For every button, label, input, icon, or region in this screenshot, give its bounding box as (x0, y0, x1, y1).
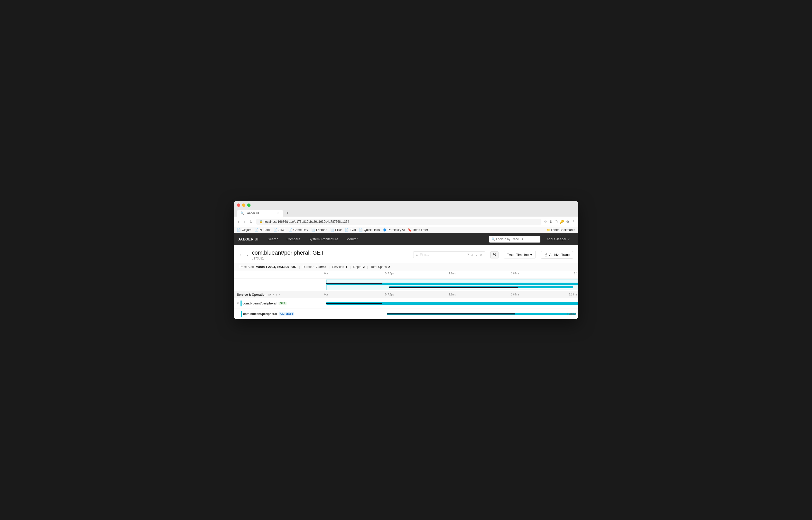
bookmark-clojure[interactable]: 📄 Clojure (237, 228, 252, 232)
trace-table-header: Service & Operation ∧∨ › ∨ » 0μs 547.5μs… (234, 291, 578, 298)
trace-find-down-icon[interactable]: ∨ (475, 253, 478, 257)
tab-favicon: 🔍 (240, 211, 244, 215)
bookmark-quicklinks-icon: 📄 (359, 228, 363, 232)
nav-system-architecture[interactable]: System Architecture (305, 233, 343, 245)
trace-title: com.blueant/peripheral: GET (252, 250, 324, 256)
th-tick-2: 1.1ms (449, 293, 455, 296)
app-content: JAEGER UI Search Compare System Architec… (234, 233, 578, 319)
jaeger-brand: JAEGER UI (238, 237, 259, 241)
bookmark-aws[interactable]: 📄 AWS (274, 228, 286, 232)
minimap-darkbar-1 (326, 283, 382, 284)
url-display: localhost:16686/trace/d173d810bbc26a1930… (264, 220, 538, 224)
th-tick-3: 1.64ms (511, 293, 520, 296)
nav-search[interactable]: Search (264, 233, 282, 245)
nav-monitor[interactable]: Monitor (342, 233, 362, 245)
ruler-tick-4: 2.19ms (574, 272, 578, 275)
about-jaeger-button[interactable]: About Jaeger ∨ (543, 237, 574, 241)
bookmark-readlater[interactable]: 🔖 Read Later (408, 228, 428, 232)
security-icon: 🔒 (259, 220, 263, 223)
extension-icon-1[interactable]: ⬡ (554, 220, 558, 224)
tab-close-button[interactable]: ✕ (277, 211, 280, 215)
span-collapse-toggle-1[interactable]: ∨ (237, 302, 239, 305)
ruler-tick-2: 1.1ms (449, 272, 455, 275)
span-bar-dark-1 (326, 303, 382, 304)
span-right-2: 1.31ms (326, 309, 578, 319)
span-left-2: com.blueant/peripheral GET /hello (234, 309, 326, 319)
bookmark-perplexity[interactable]: 🔷 Perplexity AI (383, 228, 405, 232)
trace-title-block: com.blueant/peripheral: GET d173d81 (252, 250, 324, 260)
sort-right-icon[interactable]: › (273, 293, 274, 296)
archive-icon: 🗄 (544, 253, 548, 257)
bookmark-quicklinks[interactable]: 📄 Quick Links (359, 228, 380, 232)
sort-updown-icon[interactable]: ∧∨ (268, 293, 271, 296)
ruler-tick-3: 1.64ms (511, 272, 520, 275)
th-tick-0: 0μs (324, 293, 329, 296)
bookmark-gamedev[interactable]: 📄 Game Dev (289, 228, 308, 232)
trace-timeline-button[interactable]: Trace Timeline ∨ (504, 251, 536, 258)
table-row[interactable]: ∨ com.blueant/peripheral GET (234, 298, 578, 309)
browser-chrome: 🔍 Jaeger UI ✕ + (234, 201, 578, 216)
bookmark-star-icon[interactable]: ☆ (544, 220, 547, 224)
lookup-search-icon: 🔍 (492, 237, 495, 241)
bookmark-gamedev-icon: 📄 (289, 228, 292, 232)
bookmark-elixir-icon: 📄 (330, 228, 334, 232)
span-method-badge-2: GET /hello (279, 312, 294, 315)
trace-chevron-button[interactable]: ∨ (246, 253, 249, 257)
trace-find-close-icon[interactable]: ✕ (480, 253, 482, 257)
address-input[interactable]: 🔒 localhost:16686/trace/d173d810bbc26a19… (256, 219, 542, 225)
back-nav-button[interactable]: ‹ (237, 219, 240, 224)
maximize-button[interactable] (247, 204, 251, 207)
reload-button[interactable]: ↻ (248, 219, 254, 224)
th-tick-4: 2.19ms (569, 293, 577, 296)
sort-double-right-icon[interactable]: » (279, 293, 280, 296)
minimize-button[interactable] (242, 204, 245, 207)
th-service-operation: Service & Operation ∧∨ › ∨ » (234, 293, 326, 296)
th-timeline: 0μs 547.5μs 1.1ms 1.64ms 2.19ms (326, 293, 578, 296)
active-tab[interactable]: 🔍 Jaeger UI ✕ (237, 210, 283, 216)
trace-find-up-icon[interactable]: ∧ (471, 253, 473, 257)
trace-find-input[interactable] (420, 253, 465, 257)
chevron-down-icon: ∨ (567, 237, 570, 241)
keyboard-shortcut-button[interactable]: ⌘ (490, 251, 498, 258)
close-button[interactable] (237, 204, 240, 207)
bookmark-other[interactable]: 📁 Other Bookmarks (546, 228, 575, 232)
span-method-badge-1: GET (279, 302, 287, 305)
nav-compare[interactable]: Compare (282, 233, 304, 245)
extension-icon-2[interactable]: 🔑 (560, 220, 564, 224)
traffic-lights (237, 204, 575, 207)
span-color-bar-2 (241, 311, 242, 317)
download-icon[interactable]: ⬇ (549, 220, 552, 224)
browser-window: 🔍 Jaeger UI ✕ + ‹ › ↻ 🔒 localhost:16686/… (234, 201, 578, 319)
minimap[interactable] (234, 279, 578, 291)
tabs-bar: 🔍 Jaeger UI ✕ + (237, 209, 575, 216)
sort-down-icon[interactable]: ∨ (276, 293, 277, 296)
timeline-ruler-top: 0μs 547.5μs 1.1ms 1.64ms 2.19ms (234, 271, 578, 279)
bookmark-eval-icon: 📄 (345, 228, 349, 232)
trace-depth-val: 2 (363, 265, 365, 269)
trace-meta: Trace Start March 1 2024, 16:33:20.907 |… (234, 263, 578, 271)
trace-find-help-icon[interactable]: ? (467, 253, 469, 257)
trace-find-icon: ⌕ (416, 253, 418, 257)
back-button[interactable]: ← (239, 253, 243, 257)
timeline-chevron-icon: ∨ (530, 253, 532, 257)
trace-find-box: ⌕ ? ∧ ∨ ✕ (413, 251, 485, 258)
lookup-trace-input[interactable] (489, 236, 541, 242)
bookmark-elixir[interactable]: 📄 Elixir (330, 228, 342, 232)
ruler-tick-0: 0μs (324, 272, 329, 275)
extension-icon-3[interactable]: ⚙ (566, 220, 570, 224)
bookmark-readlater-icon: 🔖 (408, 228, 412, 232)
bookmark-nubank[interactable]: 📄 NuBank (255, 228, 270, 232)
trace-duration-val: 2.19ms (316, 265, 326, 269)
span-left-1: ∨ com.blueant/peripheral GET (234, 298, 326, 309)
bookmark-factorio[interactable]: 📄 Factorio (311, 228, 327, 232)
bookmark-aws-icon: 📄 (274, 228, 278, 232)
bookmark-eval[interactable]: 📄 Eval (345, 228, 356, 232)
archive-trace-button[interactable]: 🗄 Archive Trace (541, 251, 573, 259)
minimap-darkbar-2 (389, 287, 518, 288)
menu-icon[interactable]: ⋮ (572, 220, 575, 224)
new-tab-button[interactable]: + (284, 209, 291, 216)
trace-start-label: Trace Start (239, 265, 254, 269)
forward-nav-button[interactable]: › (243, 219, 246, 224)
table-row[interactable]: com.blueant/peripheral GET /hello 1.31ms (234, 309, 578, 319)
minimap-selection[interactable] (326, 280, 578, 290)
